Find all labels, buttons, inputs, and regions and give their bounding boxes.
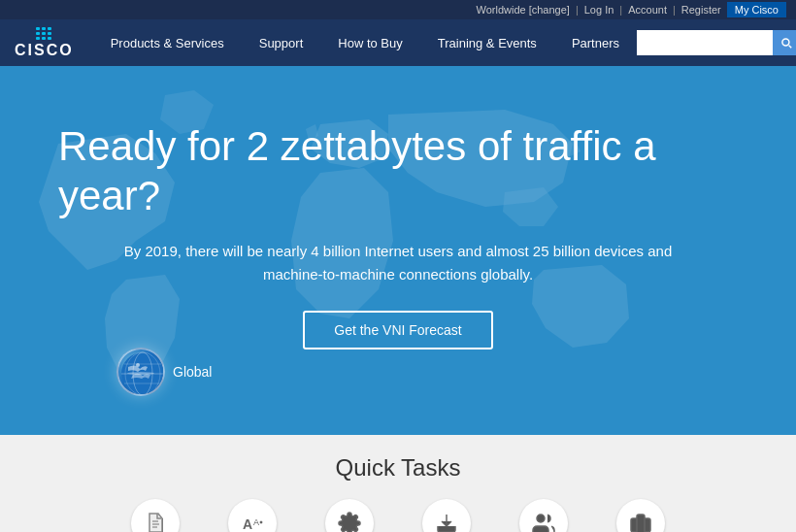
task-icon-documents[interactable] — [131, 499, 180, 532]
cisco-wordmark: CISCO — [15, 42, 74, 59]
users-icon — [532, 512, 555, 532]
task-icon-download[interactable] — [422, 499, 471, 532]
login-link[interactable]: Log In — [584, 4, 614, 16]
cisco-logo[interactable]: CISCO — [15, 27, 74, 59]
account-link[interactable]: Account — [628, 4, 667, 16]
tasks-icons-row: A A — [0, 499, 796, 532]
svg-text:A: A — [253, 517, 259, 527]
mycisco-button[interactable]: My Cisco — [727, 2, 786, 17]
quick-tasks-section: Quick Tasks A A — [0, 435, 796, 532]
nav-items: Products & Services Support How to Buy T… — [93, 19, 637, 66]
svg-point-16 — [537, 515, 545, 522]
hero-title: Ready for 2 zettabytes of traffic a year… — [39, 122, 757, 220]
search-input[interactable] — [637, 30, 773, 55]
download-icon — [435, 512, 458, 532]
text-size-icon: A A — [241, 512, 264, 532]
hero-subtitle: By 2019, there will be nearly 4 billion … — [97, 240, 699, 286]
nav-item-training[interactable]: Training & Events — [420, 19, 554, 66]
utility-bar: Worldwide [change] | Log In | Account | … — [0, 0, 796, 19]
task-icon-briefcase[interactable] — [616, 499, 665, 532]
main-navbar: CISCO Products & Services Support How to… — [0, 19, 796, 66]
document-icon — [144, 512, 167, 532]
task-icon-settings[interactable] — [325, 499, 374, 532]
gear-icon — [338, 512, 361, 532]
briefcase-icon — [629, 512, 652, 532]
forecast-button[interactable]: Get the VNI Forecast — [303, 311, 493, 349]
globe-icon — [116, 348, 165, 396]
hero-content: Ready for 2 zettabytes of traffic a year… — [0, 122, 796, 349]
task-icon-users[interactable] — [519, 499, 568, 532]
task-icon-text-size[interactable]: A A — [228, 499, 277, 532]
nav-item-partners[interactable]: Partners — [554, 19, 637, 66]
cisco-dots-graphic — [36, 27, 51, 40]
sep3: | — [673, 4, 676, 16]
svg-text:A: A — [243, 516, 252, 532]
globe-svg — [118, 349, 165, 396]
worldwide-link[interactable]: Worldwide [change] — [476, 4, 569, 16]
search-icon — [779, 36, 793, 50]
quick-tasks-title: Quick Tasks — [0, 454, 796, 482]
svg-point-6 — [136, 363, 140, 367]
globe-area[interactable]: Global — [116, 348, 212, 396]
hero-section: Ready for 2 zettabytes of traffic a year… — [0, 66, 796, 435]
nav-item-howtobuy[interactable]: How to Buy — [320, 19, 419, 66]
sep1: | — [576, 4, 579, 16]
register-link[interactable]: Register — [681, 4, 721, 16]
search-area — [637, 30, 796, 55]
nav-item-support[interactable]: Support — [242, 19, 321, 66]
sep2: | — [619, 4, 622, 16]
globe-label: Global — [173, 364, 212, 380]
nav-item-products[interactable]: Products & Services — [93, 19, 242, 66]
search-button[interactable] — [773, 30, 796, 55]
